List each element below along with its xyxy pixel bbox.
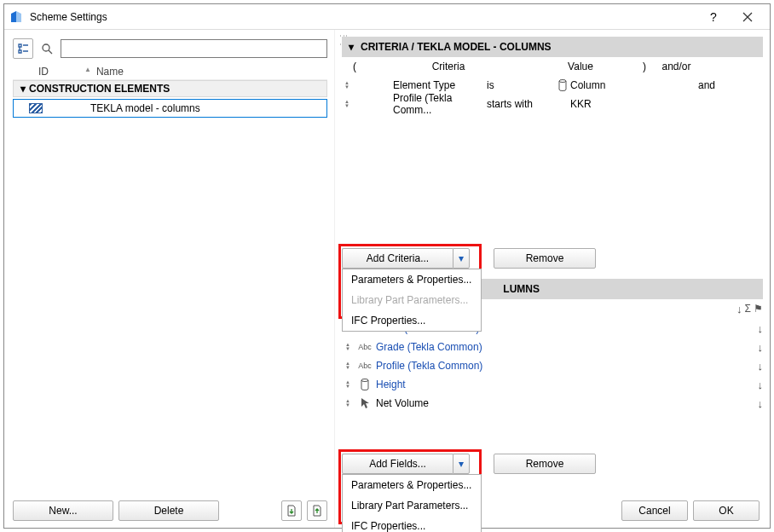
add-fields-label[interactable]: Add Fields... [342,454,453,474]
reorder-handle[interactable] [342,361,354,370]
col-lparen: ( [342,61,367,72]
new-button[interactable]: New... [13,500,113,521]
col-name[interactable]: Name [96,66,324,78]
field-row[interactable]: Abc Grade (Tekla Common) ↓ [342,338,763,356]
cursor-icon [354,397,376,409]
app-icon [9,10,23,24]
col-rparen: ) [632,61,657,72]
criteria-row[interactable]: Profile (Tekla Comm... starts with KKR [342,95,763,113]
collapse-icon: ▾ [17,83,29,95]
col-value: Value [529,61,632,72]
group-label: CONSTRUCTION ELEMENTS [29,83,170,95]
add-criteria-dropdown-arrow[interactable]: ▾ [453,248,470,269]
sigma-icon: Σ [745,303,751,315]
hatched-icon [29,103,43,113]
tree-item-tekla-columns[interactable]: TEKLA model - columns [13,99,327,118]
help-button[interactable]: ? [696,5,731,29]
menu-item-library-params[interactable]: Library Part Parameters... [343,495,481,516]
col-criteria: Criteria [367,61,529,72]
add-fields-dropdown-arrow[interactable]: ▾ [453,454,470,474]
svg-point-2 [361,379,368,382]
col-andor: and/or [657,61,696,72]
tree-header: ID ▲ Name [13,64,327,80]
type-abc-icon: Abc [354,343,376,351]
criteria-andor: and [698,79,732,91]
sort-indicator-icon: ↓ [758,379,764,391]
criteria-value: Column [570,79,673,91]
right-panel: ▾ CRITERIA / TEKLA MODEL - COLUMNS ( Cri… [335,30,770,528]
col-id[interactable]: ID [38,66,84,78]
sort-icon: ▲ [84,66,91,78]
criteria-value: KKR [570,98,673,110]
remove-criteria-button[interactable]: Remove [494,248,596,269]
add-criteria-label[interactable]: Add Criteria... [342,248,453,269]
fields-title-visible: LUMNS [503,283,540,295]
menu-item-params-props[interactable]: Parameters & Properties... [343,475,481,495]
sort-indicator-icon: ↓ [758,360,764,373]
reorder-handle[interactable] [342,380,354,389]
reorder-handle[interactable] [342,81,352,90]
search-icon [37,38,57,59]
menu-item-ifc-props[interactable]: IFC Properties... [343,516,481,532]
sort-indicator-icon: ↓ [758,397,764,410]
menu-item-params-props[interactable]: Parameters & Properties... [343,269,481,290]
flag-icon: ⚑ [754,303,763,315]
criteria-op: is [487,79,555,91]
sort-indicator-icon: ↓ [758,341,764,354]
menu-item-library-params: Library Part Parameters... [343,290,481,310]
delete-button[interactable]: Delete [118,500,219,521]
window-title: Scheme Settings [30,11,696,23]
export-button[interactable] [307,500,327,521]
reorder-handle[interactable] [342,399,354,408]
svg-point-0 [43,44,49,51]
add-criteria-button[interactable]: Add Criteria... ▾ [342,248,470,269]
criteria-title: CRITERIA / TEKLA MODEL - COLUMNS [361,41,552,53]
field-name: Height [376,379,720,390]
field-header-icons: ↓ Σ ⚑ [727,303,763,315]
criteria-name: Element Type [367,79,487,91]
svg-point-1 [559,80,566,83]
type-abc-icon: Abc [354,361,376,370]
tree-group-construction-elements[interactable]: ▾ CONSTRUCTION ELEMENTS [13,80,327,97]
add-fields-button[interactable]: Add Fields... ▾ [342,454,470,474]
tree-mode-button[interactable] [13,38,33,59]
field-row[interactable]: Net Volume ↓ [342,394,763,413]
column-icon [354,379,376,390]
criteria-name: Profile (Tekla Comm... [367,92,487,116]
reorder-handle[interactable] [342,100,352,108]
scheme-settings-dialog: Scheme Settings ? ⋮⋮ ID ▲ Name [3,3,771,529]
reorder-handle[interactable] [342,343,354,351]
add-criteria-menu: Parameters & Properties... Library Part … [342,269,482,332]
field-name: Net Volume [376,397,720,409]
add-fields-menu: Parameters & Properties... Library Part … [342,474,482,532]
titlebar: Scheme Settings ? [4,4,770,30]
criteria-op: starts with [487,98,555,110]
left-panel: ID ▲ Name ▾ CONSTRUCTION ELEMENTS TEKLA … [4,30,335,528]
criteria-section-header[interactable]: ▾ CRITERIA / TEKLA MODEL - COLUMNS [342,37,763,57]
field-row[interactable]: Abc Profile (Tekla Common) ↓ [342,356,763,375]
collapse-icon: ▾ [349,41,361,53]
menu-item-ifc-props[interactable]: IFC Properties... [343,310,481,331]
remove-fields-button[interactable]: Remove [494,454,596,474]
search-input[interactable] [61,39,327,58]
close-button[interactable] [731,5,765,29]
sort-down-icon: ↓ [736,303,742,315]
cancel-button[interactable]: Cancel [621,500,688,521]
field-name: Grade (Tekla Common) [376,341,720,353]
field-name: Profile (Tekla Common) [376,360,720,372]
row-name: TEKLA model - columns [90,102,326,114]
import-button[interactable] [281,500,302,521]
field-row[interactable]: Height ↓ [342,375,763,394]
ok-button[interactable]: OK [693,500,760,521]
column-icon [555,79,570,91]
sort-indicator-icon: ↓ [758,322,764,335]
criteria-columns: ( Criteria Value ) and/or [342,57,763,76]
